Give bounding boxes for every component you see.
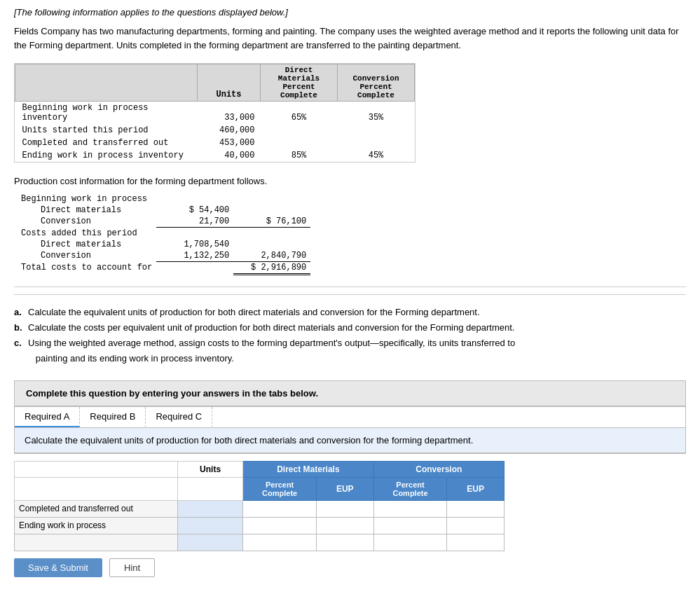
answer-units-input[interactable]: [178, 518, 242, 534]
unit-table-row: Units started this period 460,000: [15, 124, 415, 137]
unit-row-dm-pct: 85%: [261, 149, 338, 162]
cost-table-row: Direct materials 1,708,540: [14, 239, 310, 250]
cost-section-label: Production cost information for the form…: [14, 176, 686, 186]
tabs-row: Required A Required B Required C: [15, 407, 685, 428]
cost-row-label: Costs added this period: [14, 228, 156, 239]
answer-conv-pct-input[interactable]: [374, 534, 447, 551]
q-c-label: c.: [14, 336, 25, 351]
answer-col-conv-group: Conversion: [373, 461, 504, 477]
unit-row-conv-pct: 45%: [338, 149, 415, 162]
unit-row-label: Ending work in process inventory: [15, 149, 198, 162]
intro-text: Fields Company has two manufacturing dep…: [14, 25, 686, 52]
answer-conv-pct-input-cell[interactable]: [373, 517, 447, 534]
unit-col-dm: DirectMaterialsPercentComplete: [261, 64, 338, 102]
answer-conv-pct-input-cell[interactable]: [373, 534, 447, 551]
tabs-container: Required A Required B Required C Calcula…: [14, 406, 686, 454]
cost-row-col2: $ 76,100: [233, 216, 310, 228]
question-a: a. Calculate the equivalent units of pro…: [14, 305, 686, 320]
q-a-label: a.: [14, 305, 25, 320]
answer-conv-pct-input-cell[interactable]: [373, 500, 447, 517]
cost-row-col2: [233, 239, 310, 250]
answer-row-label: Completed and transferred out: [15, 500, 178, 517]
complete-box: Complete this question by entering your …: [14, 380, 686, 406]
answer-dm-pct-input-cell[interactable]: [243, 534, 317, 551]
answer-dm-pct-input[interactable]: [243, 501, 316, 517]
answer-dm-eup-input-cell[interactable]: [317, 500, 374, 517]
answer-dm-pct-input-cell[interactable]: [243, 500, 317, 517]
main-container: [The following information applies to th…: [0, 0, 700, 584]
answer-conv-pct-input[interactable]: [374, 501, 447, 517]
tab-content-text: Calculate the equivalent units of produc…: [15, 428, 685, 453]
answer-units-input[interactable]: [178, 501, 242, 517]
answer-dm-eup-input[interactable]: [317, 518, 373, 534]
answer-units-input-cell[interactable]: [178, 500, 243, 517]
unit-row-label: Units started this period: [15, 124, 198, 137]
unit-table-row: Completed and transferred out 453,000: [15, 137, 415, 149]
answer-units-input-cell[interactable]: [178, 517, 243, 534]
cost-row-col1: 1,708,540: [156, 239, 233, 250]
unit-row-conv-pct: [338, 137, 415, 149]
answer-conv-eup-input-cell[interactable]: [447, 500, 505, 517]
answer-conv-eup-input[interactable]: [447, 501, 504, 517]
cost-table-row: Direct materials $ 54,400: [14, 205, 310, 216]
cost-row-col1: 21,700: [156, 216, 233, 228]
unit-row-conv-pct: 35%: [338, 102, 415, 125]
answer-subheader-conv-pct: Percent Complete: [373, 477, 447, 500]
answer-col-empty: [15, 461, 178, 477]
answer-col-units: Units: [178, 461, 243, 477]
answer-dm-pct-input[interactable]: [243, 534, 316, 551]
answer-subheader-dm-pct: Percent Complete: [243, 477, 317, 500]
unit-row-units: 40,000: [198, 149, 261, 162]
answer-dm-pct-input[interactable]: [243, 518, 316, 534]
answer-row-label: Ending work in process: [15, 517, 178, 534]
cost-table: Beginning work in process Direct materia…: [14, 193, 686, 275]
answer-subheader-empty: [15, 477, 178, 500]
italic-note: [The following information applies to th…: [14, 7, 686, 18]
question-b: b. Calculate the costs per equivalent un…: [14, 320, 686, 336]
cost-row-col2: $ 2,916,890: [233, 261, 310, 274]
cost-row-label: Conversion: [14, 216, 156, 228]
answer-col-dm-group: Direct Materials: [243, 461, 373, 477]
answer-conv-eup-input[interactable]: [447, 534, 504, 551]
cost-row-col1: 1,132,250: [156, 250, 233, 262]
tab-required-b[interactable]: Required B: [80, 407, 146, 427]
hint-button[interactable]: Hint: [109, 558, 155, 577]
cost-row-col1: $ 54,400: [156, 205, 233, 216]
cost-row-col1: [156, 261, 233, 274]
answer-table-row: [15, 534, 505, 551]
questions-section: a. Calculate the equivalent units of pro…: [14, 294, 686, 373]
answer-conv-pct-input[interactable]: [374, 518, 447, 534]
answer-dm-eup-input[interactable]: [317, 501, 373, 517]
unit-data-table: Units DirectMaterialsPercentComplete Con…: [14, 63, 416, 163]
cost-table-row: Total costs to account for $ 2,916,890: [14, 261, 310, 274]
answer-units-input-cell[interactable]: [178, 534, 243, 551]
answer-dm-pct-input-cell[interactable]: [243, 517, 317, 534]
save-button[interactable]: Save & Submit: [14, 558, 102, 577]
cost-row-col1: [156, 228, 233, 239]
unit-table-row: Ending work in process inventory 40,000 …: [15, 149, 415, 162]
answer-conv-eup-input-cell[interactable]: [447, 517, 505, 534]
q-b-label: b.: [14, 320, 25, 336]
answer-dm-eup-input[interactable]: [317, 534, 373, 551]
answer-conv-eup-input-cell[interactable]: [447, 534, 505, 551]
cost-row-label: Direct materials: [14, 205, 156, 216]
bottom-buttons: Save & Submit Hint: [14, 558, 686, 577]
answer-units-input[interactable]: [178, 534, 242, 551]
cost-row-label: Beginning work in process: [14, 193, 156, 205]
cost-row-label: Direct materials: [14, 239, 156, 250]
unit-col-label: [15, 64, 198, 102]
answer-conv-eup-input[interactable]: [447, 518, 504, 534]
unit-row-dm-pct: [261, 137, 338, 149]
unit-row-conv-pct: [338, 124, 415, 137]
unit-col-conv: ConversionPercentComplete: [338, 64, 415, 102]
cost-row-col2: [233, 228, 310, 239]
unit-row-units: 33,000: [198, 102, 261, 125]
answer-dm-eup-input-cell[interactable]: [317, 517, 374, 534]
answer-subheader-conv-eup: EUP: [447, 477, 505, 500]
answer-dm-eup-input-cell[interactable]: [317, 534, 374, 551]
question-c: c. Using the weighted average method, as…: [14, 336, 686, 366]
tab-required-a[interactable]: Required A: [15, 407, 80, 427]
unit-row-units: 460,000: [198, 124, 261, 137]
tab-required-c[interactable]: Required C: [146, 407, 212, 427]
answer-table-row: Ending work in process: [15, 517, 505, 534]
